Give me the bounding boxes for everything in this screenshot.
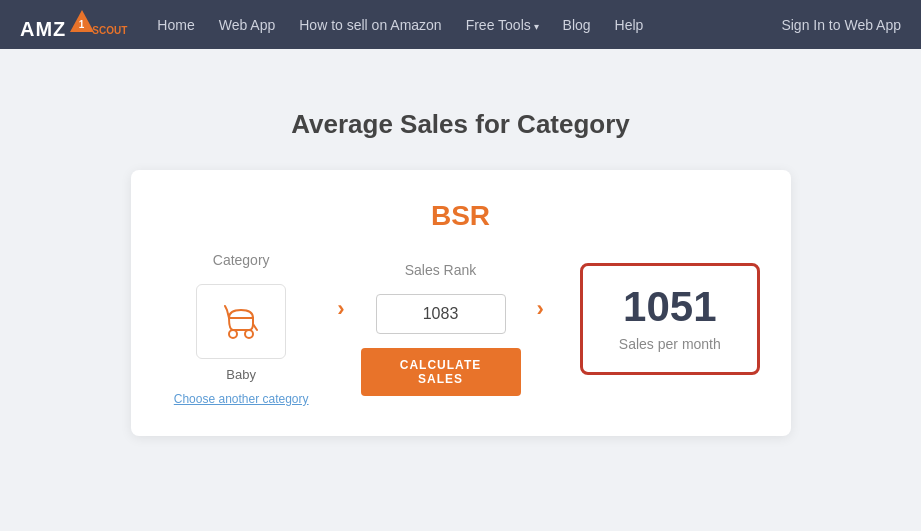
nav-home[interactable]: Home bbox=[157, 17, 194, 33]
baby-stroller-icon bbox=[219, 298, 263, 346]
category-panel-label: Category bbox=[213, 252, 270, 268]
calc-row: Category bbox=[171, 252, 751, 406]
nav-webapp[interactable]: Web App bbox=[219, 17, 276, 33]
arrow-right-icon-2: › bbox=[537, 296, 544, 322]
calculate-button[interactable]: CALCULATE SALES bbox=[361, 348, 521, 396]
arrow-right-icon-1: › bbox=[337, 296, 344, 322]
logo[interactable]: AMZ 1 SCOUT bbox=[20, 8, 127, 41]
choose-category-link[interactable]: Choose another category bbox=[174, 392, 309, 406]
rank-input[interactable] bbox=[376, 294, 506, 334]
category-name: Baby bbox=[226, 367, 256, 382]
calculator-card: BSR Category bbox=[131, 170, 791, 436]
sales-rank-panel: Sales Rank CALCULATE SALES bbox=[361, 262, 521, 396]
category-panel: Category bbox=[161, 252, 321, 406]
logo-subtitle: SCOUT bbox=[92, 25, 127, 36]
page-title: Average Sales for Category bbox=[291, 109, 630, 140]
svg-text:1: 1 bbox=[79, 19, 86, 30]
result-label: Sales per month bbox=[619, 336, 721, 352]
nav-help[interactable]: Help bbox=[615, 17, 644, 33]
result-number: 1051 bbox=[623, 286, 716, 328]
navigation: AMZ 1 SCOUT Home Web App How to sell on … bbox=[0, 0, 921, 49]
svg-point-3 bbox=[245, 330, 253, 338]
svg-point-2 bbox=[229, 330, 237, 338]
logo-text: AMZ 1 bbox=[20, 8, 96, 41]
bsr-label: BSR bbox=[431, 200, 490, 232]
signin-button[interactable]: Sign In to Web App bbox=[781, 17, 901, 33]
nav-howto[interactable]: How to sell on Amazon bbox=[299, 17, 441, 33]
result-panel: 1051 Sales per month bbox=[580, 263, 760, 375]
nav-freetools[interactable]: Free Tools bbox=[466, 17, 539, 33]
nav-links: Home Web App How to sell on Amazon Free … bbox=[157, 17, 781, 33]
main-content: Average Sales for Category BSR Category bbox=[0, 49, 921, 476]
nav-blog[interactable]: Blog bbox=[563, 17, 591, 33]
category-box[interactable] bbox=[196, 284, 286, 359]
sales-rank-label: Sales Rank bbox=[405, 262, 477, 278]
